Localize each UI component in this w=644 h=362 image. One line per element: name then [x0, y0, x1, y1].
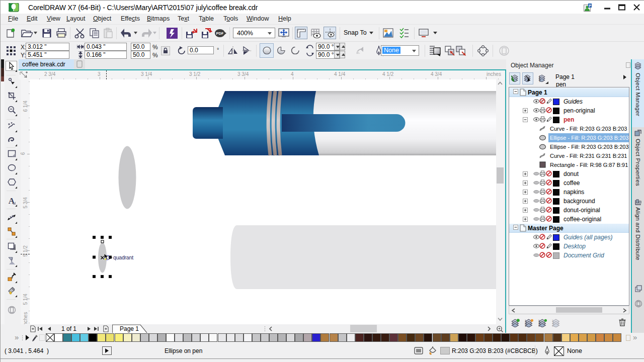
svg-text:3: 3 [539, 79, 540, 82]
svg-text:3: 3 [525, 324, 526, 327]
svg-text:P: P [589, 4, 591, 8]
svg-text:PDF: PDF [216, 31, 224, 36]
svg-text:quadrant: quadrant [113, 254, 133, 260]
svg-text:5: 5 [538, 324, 540, 327]
svg-text:6: 6 [552, 324, 553, 327]
